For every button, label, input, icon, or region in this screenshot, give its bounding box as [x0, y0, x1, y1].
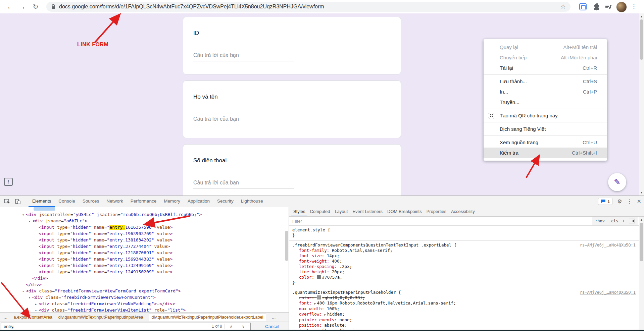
devtools-tab-sources[interactable]: Sources — [79, 196, 103, 207]
devtools-settings-gear-icon[interactable]: ⚙ — [617, 198, 622, 205]
menu-item-d-ch-sang-ti-ng-vi-t[interactable]: Dịch sang Tiếng Việt — [484, 124, 607, 134]
styles-scrollbar[interactable]: ▲ — [639, 217, 644, 331]
css-property[interactable]: position: absolute; — [292, 323, 636, 328]
breadcrumb-item[interactable]: a.exportContentArea — [13, 314, 53, 321]
devtools-tab-application[interactable]: Application — [184, 196, 213, 207]
menu-item-truy-n[interactable]: Truyền... — [484, 97, 607, 107]
css-property[interactable]: font-family: Roboto,Arial,sans-serif; — [292, 248, 636, 253]
stylesheet-link[interactable]: rs=AMjVe6j_…aNc4QXu5Q:1 — [580, 290, 636, 295]
styles-scrollbar-thumb[interactable] — [640, 223, 643, 261]
devtools-close-icon[interactable]: ✕ — [637, 198, 641, 205]
breadcrumb-item[interactable]: … — [271, 314, 277, 321]
page-scrollbar[interactable]: ▲ ▼ — [639, 13, 644, 196]
profile-avatar[interactable] — [616, 2, 627, 12]
menu-item-chuy-n-ti-p[interactable]: Chuyển tiếpAlt+Mũi tên phải — [484, 52, 607, 63]
css-property[interactable]: letter-spacing: .2px; — [292, 264, 636, 269]
styles-tab-accessibility[interactable]: Accessibility — [449, 207, 477, 216]
answer-input[interactable]: Câu trả lời của bạn — [193, 52, 239, 58]
dom-tree-line[interactable]: </div> — [0, 281, 289, 288]
extension-tag-icon[interactable] — [579, 3, 587, 10]
lock-icon[interactable] — [51, 4, 56, 9]
breadcrumb-item[interactable]: div.quantumWizTextinputPaperinputInputAr… — [58, 314, 144, 321]
dom-tree-line[interactable]: ▾<div class="freebirdFormviewerViewItemL… — [0, 307, 289, 312]
css-property[interactable]: font-size: 14px; — [292, 253, 636, 259]
scroll-down-icon[interactable]: ▼ — [639, 190, 644, 195]
dom-tree-line[interactable]: <input type="hidden" name="entry.1249150… — [0, 269, 289, 275]
styles-tab-layout[interactable]: Layout — [332, 207, 350, 216]
devtools-tab-memory[interactable]: Memory — [160, 196, 184, 207]
css-property[interactable]: line-height: 20px; — [292, 269, 636, 275]
devtools-tab-security[interactable]: Security — [213, 196, 237, 207]
devtools-tab-console[interactable]: Console — [55, 196, 79, 207]
inspect-element-icon[interactable] — [3, 199, 11, 205]
browser-menu-dots-icon[interactable]: ⋮ — [631, 3, 637, 10]
dom-tree-line[interactable]: ▾<div jsname="o6bZLc"> — [0, 218, 289, 224]
sidebar-panel-icon[interactable] — [629, 219, 635, 223]
styles-tab-event-listeners[interactable]: Event Listeners — [350, 207, 385, 216]
answer-input[interactable]: Câu trả lời của bạn — [193, 116, 239, 122]
bookmark-star-icon[interactable]: ☆ — [560, 3, 566, 10]
styles-tab-styles[interactable]: Styles — [291, 207, 307, 216]
menu-item-ki-m-tra[interactable]: Kiểm traCtrl+Shift+I — [484, 148, 607, 158]
extensions-puzzle-icon[interactable] — [593, 3, 600, 10]
dom-tree-line[interactable]: </div> — [0, 275, 289, 281]
css-selector[interactable]: element.style { — [292, 227, 636, 233]
menu-item-t-o-m-qr-cho-trang-n-y[interactable]: Tạo mã QR cho trang này — [484, 110, 607, 121]
menu-item-in[interactable]: In...Ctrl+P — [484, 87, 607, 97]
css-property[interactable]: pointer-events: none; — [292, 317, 636, 323]
devtools-tab-elements[interactable]: Elements — [29, 196, 55, 207]
dom-tree-line[interactable]: <input type="hidden" name="entry.1616357… — [0, 224, 289, 230]
console-message-badge[interactable]: 1 — [598, 198, 612, 205]
find-previous-icon[interactable]: ∧ — [226, 323, 237, 330]
dom-tree-line[interactable]: <input type="hidden" name="entry.1732499… — [0, 262, 289, 269]
css-selector[interactable]: rs=AMjVe6j_…aNc4QXu5Q:1.freebirdFormview… — [292, 242, 636, 248]
feedback-icon[interactable]: ! — [4, 178, 13, 186]
find-cancel-button[interactable]: Cancel — [265, 324, 279, 329]
devtools-tab-network[interactable]: Network — [103, 196, 127, 207]
styles-filter-input[interactable]: Filter — [292, 219, 302, 224]
css-property[interactable]: color: rgba(0,0,0,0.38); — [292, 295, 636, 300]
page-scrollbar-thumb[interactable] — [640, 19, 643, 60]
dom-tree-line[interactable]: ▾<div class="freebirdFormviewerViewFormC… — [0, 288, 289, 294]
address-bar[interactable]: docs.google.com/forms/d/e/1FAIpQLScN4wAb… — [46, 2, 571, 12]
new-rule-button[interactable]: + — [623, 219, 625, 223]
stylesheet-link[interactable]: rs=AMjVe6j_…aNc4QXu5Q:1 — [580, 242, 636, 248]
forward-icon[interactable]: → — [17, 2, 27, 11]
styles-tab-computed[interactable]: Computed — [307, 207, 332, 216]
edit-form-fab[interactable]: ✎ — [608, 173, 626, 191]
devtools-menu-dots-icon[interactable]: ⋮ — [627, 198, 632, 205]
menu-item-t-i-l-i[interactable]: Tải lạiCtrl+R — [484, 63, 607, 73]
reload-icon[interactable]: ↻ — [31, 2, 40, 11]
answer-input[interactable]: Câu trả lời của bạn — [193, 180, 239, 186]
back-icon[interactable]: ← — [5, 2, 15, 11]
css-property[interactable]: font: ▶400 16px Roboto,RobotoDraft,Helve… — [292, 300, 636, 306]
dom-tree-line[interactable]: ▸<div class="freebirdFormviewerViewNoPad… — [0, 300, 289, 307]
css-selector[interactable]: rs=AMjVe6j_…aNc4QXu5Q:1.quantumWizTextin… — [292, 290, 636, 295]
elements-scrollbar-thumb[interactable] — [285, 231, 288, 261]
breadcrumb-item[interactable]: div.quantumWizTextinputPaperinputPlaceho… — [149, 313, 266, 321]
url-text[interactable]: docs.google.com/forms/d/e/1FAIpQLScN4wAb… — [59, 4, 324, 10]
menu-item-quay-l-i[interactable]: Quay lạiAlt+Mũi tên trái — [484, 42, 607, 52]
scroll-up-icon[interactable]: ▲ — [639, 14, 644, 19]
dom-tree-line[interactable]: <input type="hidden" name="entry.1218870… — [0, 250, 289, 256]
styles-tab-properties[interactable]: Properties — [424, 207, 449, 216]
devtools-tab-performance[interactable]: Performance — [127, 196, 160, 207]
find-next-icon[interactable]: ∨ — [238, 323, 249, 330]
dom-tree-line[interactable]: ▾<div jscontroller="yUS4Lc" jsaction="rc… — [0, 211, 289, 218]
class-toggle[interactable]: .cls — [609, 219, 618, 223]
find-input[interactable]: entry. 1 of 8 ∧ ∨ — [1, 323, 251, 330]
breadcrumb-item[interactable]: … — [3, 314, 8, 321]
css-property[interactable]: max-width: 100%; — [292, 306, 636, 312]
css-property[interactable]: font-weight: 400; — [292, 259, 636, 264]
playlist-icon[interactable] — [605, 3, 612, 10]
dom-tree-line[interactable]: ▾<div class="freebirdFormviewerViewFormC… — [0, 294, 289, 300]
menu-item-l-u-th-nh[interactable]: Lưu thành...Ctrl+S — [484, 76, 607, 87]
hover-toggle[interactable]: :hov — [595, 219, 605, 223]
css-property[interactable]: color: #70757a; — [292, 275, 636, 280]
dom-tree-line[interactable]: <input type="hidden" name="entry.1963903… — [0, 230, 289, 237]
css-property[interactable]: overflow: ▶hidden; — [292, 312, 636, 317]
device-toolbar-icon[interactable] — [14, 199, 21, 205]
menu-item-xem-ngu-n-trang[interactable]: Xem nguồn trangCtrl+U — [484, 137, 607, 148]
styles-scroll-up-icon[interactable]: ▲ — [639, 217, 644, 222]
dom-tree-line[interactable]: <input type="hidden" name="entry.1569344… — [0, 256, 289, 262]
